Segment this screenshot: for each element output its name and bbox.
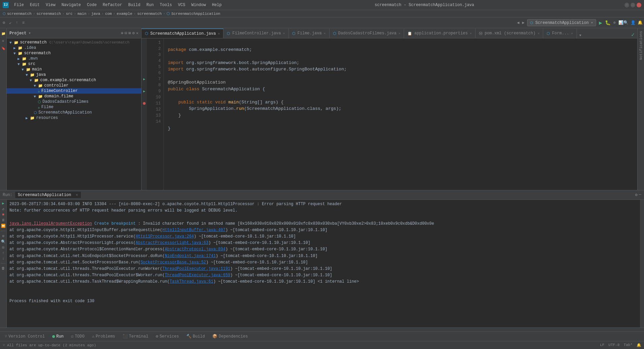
stack-link[interactable]: SocketProcessorBase.java:52 (141, 260, 206, 265)
locate-file-btn[interactable]: ⊕ (121, 31, 123, 36)
tab-close-btn[interactable]: ✕ (218, 32, 220, 36)
hide-panel-btn[interactable]: ✕ (136, 31, 139, 36)
filter-btn[interactable]: 🔍 (1, 240, 6, 244)
run-gutter-arrow-9[interactable]: ▶ (143, 88, 145, 94)
breadcrumb-item[interactable]: ⬡ (166, 11, 170, 16)
rerun-btn[interactable]: ↺ (1, 207, 6, 211)
tree-item-idea[interactable]: ▶ 📁 .idea (7, 45, 141, 51)
tree-item-com-example[interactable]: ▼ 📁 com.example.screenmatch (7, 77, 141, 83)
stack-link[interactable]: ThreadPoolExecutor.java:1191 (162, 266, 231, 271)
notifications-panel-tab[interactable]: Notifications (638, 28, 644, 63)
breadcrumb-item[interactable]: com (105, 12, 112, 16)
tab-dadoscadastro[interactable]: ⬡ DadosCadastroFilmes.java ✕ (330, 29, 404, 38)
settings-btn[interactable]: 👤 (631, 20, 636, 25)
pause-btn[interactable]: ⏸ (1, 218, 6, 222)
toolbar-btn[interactable]: ↑ (14, 21, 19, 25)
toolbar-btn[interactable]: ≡ (21, 21, 26, 25)
tab-form[interactable]: ⬡ Form... ✕ (543, 29, 577, 38)
stack-link[interactable]: Http11Processor.java:264 (135, 234, 194, 239)
profiler-btn[interactable]: 📊 (618, 20, 623, 25)
menu-file[interactable]: File (11, 2, 27, 8)
maximize-button[interactable]: □ (631, 3, 635, 7)
project-dropdown-btn[interactable]: ▾ (28, 31, 31, 36)
stack-link[interactable]: TaskThread.java:61 (170, 279, 213, 284)
menu-bar[interactable]: File Edit View Navigate Code Refactor Bu… (11, 2, 224, 8)
tab-filmecontroller[interactable]: ⬡ FilmeController.java ✕ (223, 29, 288, 38)
tree-item-screenmatch-app[interactable]: ⬡ ScreenmatchApplication (7, 110, 141, 115)
stack-link[interactable]: NioEndpoint.java:1741 (165, 254, 216, 258)
toolbar-forward-btn[interactable]: ▶ (522, 20, 524, 25)
tab-close-btn[interactable]: ✕ (398, 31, 400, 35)
menu-tools[interactable]: Tools (157, 2, 175, 8)
stop-btn[interactable]: ■ (1, 213, 6, 217)
resume-btn[interactable]: ⏩ (1, 224, 6, 228)
tab-pom-xml[interactable]: Ⓜ pom.xml (screenmatch) ✕ (476, 29, 543, 38)
tab-close-btn[interactable]: ✕ (470, 31, 472, 35)
tree-item-screenmatch-sub[interactable]: ▼ 📁 screenmatch (7, 51, 141, 56)
line-ending[interactable]: LF (600, 343, 604, 347)
sidebar-icon-structure[interactable]: ≡ (1, 38, 6, 44)
menu-run[interactable]: Run (144, 2, 156, 8)
run-tab-active[interactable]: ScreenmatchApplication ✕ (15, 192, 81, 198)
more-tabs-btn[interactable]: ▾ (577, 32, 584, 38)
tree-item-screenmatch-root[interactable]: ▼ 📁 screenmatch C:\Users\rayan\Downloads… (7, 40, 141, 45)
tree-item-resources[interactable]: ▶ 📁 resources (7, 115, 141, 121)
run-button[interactable]: ▶ (599, 20, 602, 26)
tree-item-java[interactable]: ▼ 📁 java (7, 72, 141, 77)
run-gutter-arrow-7[interactable]: ▶ (143, 76, 145, 82)
tab-screenmatch-app[interactable]: ⬡ ScreenmatchApplication.java ✕ (142, 29, 223, 38)
tab-close-btn[interactable]: ✕ (324, 31, 326, 35)
tab-dependencies[interactable]: 📦 Dependencies (209, 333, 251, 340)
collapse-all-btn[interactable]: ⊟ (125, 31, 127, 36)
settings-gear-icon[interactable]: ⚙ (132, 31, 135, 36)
tree-item-domain-filme[interactable]: ▼ 📁 domain.filme (7, 94, 141, 99)
stack-link[interactable]: AbstractProtocol.java:894 (165, 247, 225, 252)
code-content[interactable]: package com.example.screenmatch; import … (164, 38, 637, 190)
breadcrumb-item[interactable]: screenmatch (36, 12, 61, 16)
run-close-btn[interactable]: ─ (639, 192, 641, 197)
stack-link[interactable]: Http11InputBuffer.java:407 (162, 228, 225, 232)
stack-link[interactable]: ThreadPoolExecutor.java:659 (165, 273, 230, 278)
exception-link[interactable]: java.lang.IllegalArgumentException (9, 221, 92, 226)
tree-item-filmecontroller[interactable]: ☕ FilmeController (7, 88, 141, 94)
tree-item-src[interactable]: ▼ 📁 src (7, 61, 141, 67)
tree-item-dadoscadastro[interactable]: ⬡ DadosCadastroFilmes (7, 99, 141, 104)
indent[interactable]: Tab* (624, 343, 633, 347)
run-again-btn[interactable]: ▶ (1, 201, 6, 205)
breadcrumb-item[interactable]: src (66, 12, 72, 16)
horizontal-scrollbar[interactable] (0, 327, 644, 331)
tab-todo[interactable]: ☑ TODO (68, 333, 88, 340)
search-everywhere-btn[interactable]: 🔍 (623, 20, 628, 25)
toolbar-btn[interactable]: ↙ (8, 20, 13, 25)
tree-item-controller[interactable]: ▼ 📁 controller (7, 83, 141, 88)
layout-btn[interactable]: ⊟ (1, 245, 6, 250)
menu-view[interactable]: View (43, 2, 58, 8)
notifications-status[interactable]: 🔔 (637, 343, 641, 347)
menu-build[interactable]: Build (125, 2, 143, 8)
menu-vcs[interactable]: VCS (175, 2, 188, 8)
sidebar-icon-bookmarks[interactable]: 🔖 (1, 46, 6, 51)
tab-services[interactable]: ⚙ Services (152, 333, 182, 340)
down-scroll-btn[interactable]: ↓ (1, 256, 6, 260)
menu-window[interactable]: Window (189, 2, 209, 8)
tab-close-btn[interactable]: ✕ (283, 31, 285, 35)
close-button[interactable]: ✕ (637, 3, 641, 7)
menu-refactor[interactable]: Refactor (100, 2, 125, 8)
sidebar-icon-project[interactable]: 📁 (1, 31, 6, 36)
tree-item-main[interactable]: ▼ 📁 main (7, 67, 141, 72)
breadcrumb-item[interactable]: ScreenmatchApplication (171, 12, 220, 16)
menu-navigate[interactable]: Navigate (59, 2, 84, 8)
toolbar-back-btn[interactable]: ◀ (517, 20, 519, 25)
menu-edit[interactable]: Edit (27, 2, 42, 8)
breadcrumb-item[interactable]: main (78, 12, 86, 16)
encoding[interactable]: UTF-8 (609, 343, 620, 347)
notifications-btn[interactable]: 🔔 (638, 20, 643, 25)
tab-close-btn[interactable]: ✕ (538, 31, 540, 35)
toolbar-btn[interactable]: ⚙ (1, 20, 6, 25)
tab-close-btn[interactable]: ✕ (571, 31, 573, 35)
tab-terminal[interactable]: ⬛ Terminal (119, 333, 152, 340)
run-with-coverage-btn[interactable]: ⊕ (613, 20, 616, 25)
tab-filme[interactable]: ⬡ Filme.java ✕ (289, 29, 330, 38)
tab-application-props[interactable]: 📋 application.properties ✕ (404, 29, 475, 38)
tree-item-filme[interactable]: ☕ Filme (7, 104, 141, 110)
